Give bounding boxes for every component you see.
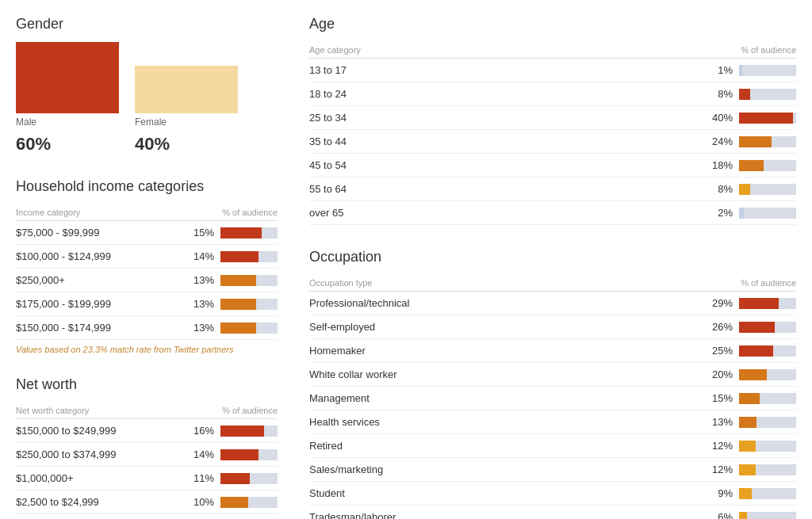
row-pct: 26% xyxy=(701,315,733,339)
income-col2-header: % of audience xyxy=(182,204,278,221)
row-label: $150,000 - $174,999 xyxy=(16,316,182,340)
bar-background xyxy=(739,345,796,357)
row-bar-cell xyxy=(214,514,278,520)
table-row: White collar worker20% xyxy=(309,363,796,387)
row-pct: 40% xyxy=(701,106,733,130)
row-label: White collar worker xyxy=(309,363,701,387)
bar-background xyxy=(739,369,796,380)
table-row: $150,000 to $249,99916% xyxy=(16,419,278,443)
female-bar xyxy=(135,66,238,113)
row-bar-cell xyxy=(214,443,278,467)
bar-background xyxy=(739,89,796,100)
row-bar-cell xyxy=(214,292,278,316)
table-row: 55 to 648% xyxy=(309,177,796,201)
bar-background xyxy=(739,417,796,428)
bar-background xyxy=(220,473,278,484)
household-income-table: Income category % of audience $75,000 - … xyxy=(16,204,278,340)
row-label: $2,500 to $24,999 xyxy=(16,490,182,514)
row-bar-cell xyxy=(733,387,796,410)
age-col1-header: Age category xyxy=(309,42,701,59)
bar-fill xyxy=(220,322,256,334)
table-row: Management15% xyxy=(309,387,796,410)
row-bar-cell xyxy=(214,269,278,292)
gender-bars: Male Female xyxy=(16,42,278,128)
bar-fill xyxy=(739,298,779,309)
row-label: $100,000 - $124,999 xyxy=(16,245,182,269)
row-bar-cell xyxy=(733,410,796,434)
row-bar-cell xyxy=(214,221,278,245)
bar-fill xyxy=(739,393,760,404)
bar-fill xyxy=(739,345,773,357)
bar-fill xyxy=(739,89,750,100)
row-label: $100,000 to $149,999 xyxy=(16,514,182,520)
bar-fill xyxy=(220,426,264,437)
net-worth-section: Net worth Net worth category % of audien… xyxy=(16,376,278,519)
row-pct: 18% xyxy=(701,154,733,177)
row-pct: 10% xyxy=(182,514,214,520)
row-label: 18 to 24 xyxy=(309,82,701,106)
row-pct: 13% xyxy=(182,292,214,316)
occ-col2-header: % of audience xyxy=(701,275,796,292)
networth-col2-header: % of audience xyxy=(182,403,278,419)
bar-background xyxy=(739,512,796,520)
row-bar-cell xyxy=(733,106,796,130)
bar-background xyxy=(739,393,796,404)
row-bar-cell xyxy=(733,154,796,177)
row-label: $75,000 - $99,999 xyxy=(16,221,182,245)
gender-section: Gender Male Female 60% 40% xyxy=(16,16,278,155)
row-pct: 8% xyxy=(701,177,733,201)
table-row: $100,000 - $124,99914% xyxy=(16,245,278,269)
table-row: $250,000 to $374,99914% xyxy=(16,443,278,467)
bar-background xyxy=(739,441,796,452)
row-bar-cell xyxy=(214,490,278,514)
bar-background xyxy=(739,65,796,76)
row-bar-cell xyxy=(733,82,796,106)
age-title: Age xyxy=(309,16,796,32)
bar-background xyxy=(220,426,278,437)
bar-background xyxy=(220,449,278,460)
occ-col1-header: Occupation type xyxy=(309,275,701,292)
row-bar-cell xyxy=(733,506,796,520)
row-pct: 29% xyxy=(701,292,733,315)
bar-fill xyxy=(739,65,742,76)
row-label: Management xyxy=(309,387,701,410)
row-bar-cell xyxy=(733,292,796,315)
table-row: $100,000 to $149,99910% xyxy=(16,514,278,520)
age-table: Age category % of audience 13 to 171%18 … xyxy=(309,42,796,225)
row-pct: 24% xyxy=(701,130,733,154)
table-row: Homemaker25% xyxy=(309,339,796,363)
bar-background xyxy=(739,160,796,171)
bar-background xyxy=(220,322,278,334)
table-row: 45 to 5418% xyxy=(309,154,796,177)
row-label: Sales/marketing xyxy=(309,458,701,482)
bar-fill xyxy=(739,208,744,219)
row-pct: 6% xyxy=(701,506,733,520)
male-pct: 60% xyxy=(16,134,119,155)
row-label: over 65 xyxy=(309,201,701,225)
row-label: $250,000 to $374,999 xyxy=(16,443,182,467)
table-row: $1,000,000+11% xyxy=(16,467,278,490)
row-pct: 14% xyxy=(182,443,214,467)
row-pct: 8% xyxy=(701,82,733,106)
gender-title: Gender xyxy=(16,16,278,32)
female-pct: 40% xyxy=(135,134,238,155)
row-bar-cell xyxy=(214,316,278,340)
row-label: Health services xyxy=(309,410,701,434)
row-pct: 13% xyxy=(182,269,214,292)
row-label: 13 to 17 xyxy=(309,59,701,82)
row-bar-cell xyxy=(214,245,278,269)
male-label: Male xyxy=(16,116,36,128)
bar-fill xyxy=(739,369,767,380)
male-bar-container: Male xyxy=(16,42,119,128)
age-section: Age Age category % of audience 13 to 171… xyxy=(309,16,796,225)
table-row: $250,000+13% xyxy=(16,269,278,292)
bar-fill xyxy=(220,449,259,460)
table-row: $150,000 - $174,99913% xyxy=(16,316,278,340)
bar-fill xyxy=(739,136,772,147)
occupation-table: Occupation type % of audience Profession… xyxy=(309,275,796,519)
bar-background xyxy=(220,299,278,310)
row-label: Student xyxy=(309,482,701,506)
income-col1-header: Income category xyxy=(16,204,182,221)
row-bar-cell xyxy=(214,467,278,490)
row-pct: 13% xyxy=(701,410,733,434)
